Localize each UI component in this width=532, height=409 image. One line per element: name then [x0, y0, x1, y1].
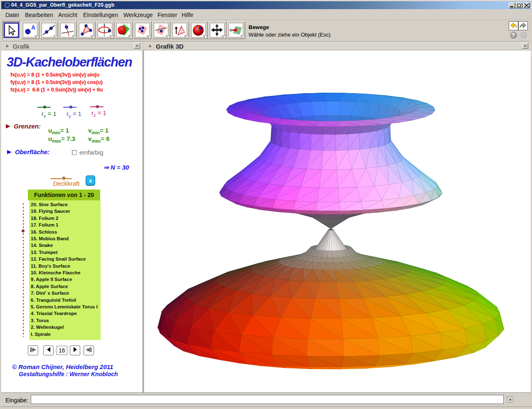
svg-text:A: A	[31, 24, 35, 31]
